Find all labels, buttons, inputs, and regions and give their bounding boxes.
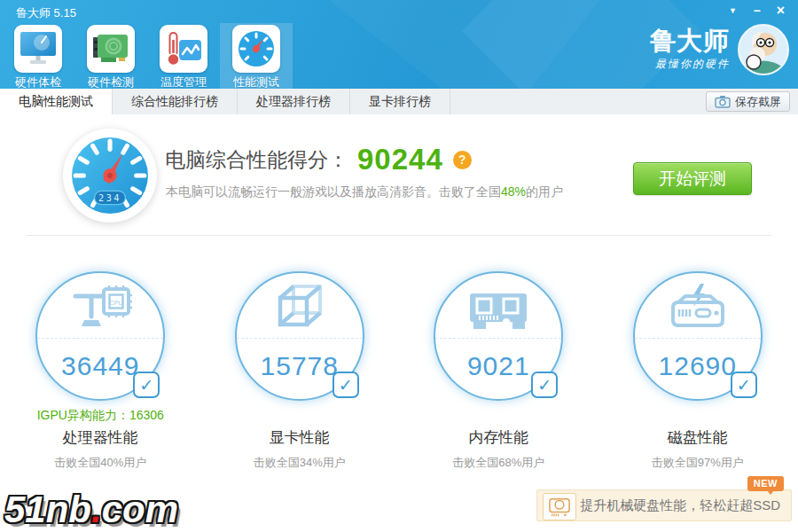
ram-card-title: 内存性能 [399, 427, 598, 448]
tab-gpu-ranking[interactable]: 显卡排行榜 [350, 89, 450, 114]
ram-module-icon [435, 273, 561, 339]
tab-pc-performance-test[interactable]: 电脑性能测试 [0, 89, 113, 114]
ram-score-card: 9021 ✓ 内存性能 击败全国68%用户 [399, 271, 598, 471]
start-benchmark-button[interactable]: 开始评测 [633, 162, 752, 195]
main-toolbar: 硬件体检 硬件检测 [2, 23, 293, 89]
disk-promo-icon [543, 493, 576, 520]
igpu-extra-score: IGPU异构能力：16306 [1, 406, 200, 425]
card-extra-empty [399, 406, 598, 425]
check-icon: ✓ [133, 372, 160, 398]
cpu-score-card: CPU 36449 ✓ IGPU异构能力：16306 处理器性能 击败全国40%… [1, 271, 200, 471]
brand-tagline: 最懂你的硬件 [650, 57, 730, 72]
minimize-icon[interactable]: − [745, 1, 769, 20]
score-gauge-icon: 234 [63, 129, 157, 223]
toolbar-item-label: 性能测试 [233, 74, 279, 89]
ram-score-circle: 9021 ✓ [434, 271, 563, 401]
promo-text: 提升机械硬盘性能，轻松赶超SSD [580, 497, 780, 514]
thermometer-chart-icon [160, 25, 207, 73]
score-cards: CPU 36449 ✓ IGPU异构能力：16306 处理器性能 击败全国40%… [1, 271, 797, 471]
tab-bar: 电脑性能测试 综合性能排行榜 处理器排行榜 显卡排行榜 保存截屏 [0, 89, 798, 114]
cpu-monitor-icon: CPU [37, 273, 163, 339]
check-icon: ✓ [332, 372, 359, 398]
card-extra-empty [200, 406, 400, 425]
cpu-card-subtitle: 击败全国40%用户 [1, 455, 200, 471]
gpu-card-subtitle: 击败全国34%用户 [200, 455, 400, 471]
check-icon: ✓ [531, 372, 558, 398]
tab-cpu-ranking[interactable]: 处理器排行榜 [238, 89, 350, 114]
subtitle-percent: 48% [501, 184, 526, 199]
disk-score-card: 12690 ✓ 磁盘性能 击败全国97%用户 [598, 271, 798, 471]
subtitle-text: 本电脑可以流畅运行一般游戏以及播放高清影音。击败了全国 [166, 184, 501, 199]
overall-score-title: 电脑综合性能得分： [165, 146, 348, 174]
new-badge: NEW [747, 476, 784, 491]
close-icon[interactable]: × [769, 1, 793, 20]
card-extra-empty [598, 406, 798, 425]
section-divider [27, 235, 771, 236]
main-content: 234 电脑综合性能得分： 90244 ? 本电脑可以流畅运行一般游戏以及播放高… [0, 114, 798, 532]
51nb-watermark: 51nb.com [4, 489, 178, 531]
gauge-value-text: 234 [98, 193, 121, 203]
app-header: 鲁大师 5.15 ▼ − × 硬件体检 [0, 0, 798, 89]
gpu-score-circle: 15778 ✓ [235, 271, 364, 401]
check-icon: ✓ [731, 372, 757, 398]
toolbar-item-performance-test[interactable]: 性能测试 [220, 23, 293, 89]
overall-score-subtitle: 本电脑可以流畅运行一般游戏以及播放高清影音。击败了全国48%的用户 [166, 184, 563, 200]
window-menu-icon[interactable]: ▼ [721, 1, 745, 20]
gpu-card-icon [87, 25, 135, 73]
toolbar-item-temperature[interactable]: 温度管理 [147, 23, 220, 89]
save-screenshot-button[interactable]: 保存截屏 [706, 91, 790, 112]
gpu-score-card: 15778 ✓ 显卡性能 击败全国34%用户 [200, 271, 400, 471]
toolbar-item-label: 硬件体检 [15, 74, 61, 89]
disk-drive-icon [635, 273, 761, 339]
camera-icon [715, 95, 731, 108]
disk-card-subtitle: 击败全国97%用户 [598, 455, 798, 471]
toolbar-item-label: 温度管理 [160, 74, 207, 89]
help-icon[interactable]: ? [453, 151, 472, 169]
disk-score-circle: 12690 ✓ [633, 271, 763, 401]
overall-score-value: 90244 [357, 143, 443, 176]
toolbar-item-label: 硬件检测 [88, 74, 134, 89]
cube-3d-icon [237, 273, 363, 339]
tab-overall-ranking[interactable]: 综合性能排行榜 [113, 89, 238, 114]
disk-card-title: 磁盘性能 [598, 427, 798, 448]
ram-card-subtitle: 击败全国68%用户 [399, 455, 598, 471]
overall-score-line: 电脑综合性能得分： 90244 ? [165, 143, 472, 176]
cpu-chip-label: CPU [110, 300, 123, 306]
window-controls: ▼ − × [721, 1, 793, 20]
window-title: 鲁大师 5.15 [16, 5, 76, 21]
mascot-avatar [738, 24, 789, 75]
toolbar-item-hardware-checkup[interactable]: 硬件体检 [2, 23, 74, 89]
brand-area: 鲁大师 最懂你的硬件 [650, 24, 789, 75]
cpu-score-circle: CPU 36449 ✓ [35, 271, 165, 401]
save-screenshot-label: 保存截屏 [735, 94, 781, 110]
gauge-icon [232, 25, 280, 73]
monitor-checkup-icon [14, 25, 62, 73]
cpu-card-title: 处理器性能 [1, 427, 200, 448]
toolbar-item-hardware-detect[interactable]: 硬件检测 [74, 23, 147, 89]
subtitle-suffix: 的用户 [526, 184, 563, 199]
promo-toast[interactable]: 提升机械硬盘性能，轻松赶超SSD NEW [536, 489, 792, 521]
brand-logo-text: 鲁大师 [650, 27, 730, 54]
gpu-card-title: 显卡性能 [200, 427, 400, 448]
